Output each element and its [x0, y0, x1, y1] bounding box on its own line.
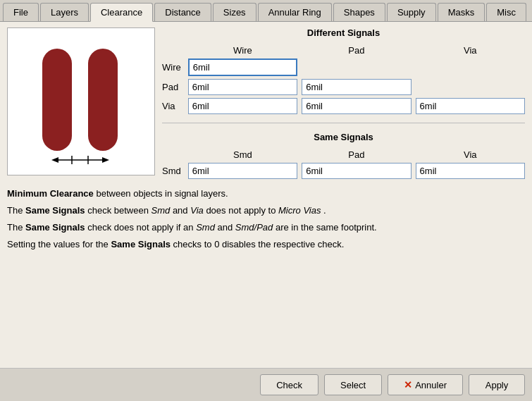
cancel-x-icon: ✕: [404, 379, 412, 390]
wire-row-label: Wire: [162, 62, 184, 73]
info-line1-bold: Minimum Clearance: [7, 188, 94, 199]
tab-sizes[interactable]: Sizes: [213, 3, 256, 21]
info-line2-mid: check between: [87, 205, 151, 216]
smd-row-label: Smd: [162, 166, 184, 176]
apply-button[interactable]: Apply: [469, 374, 525, 395]
info-line2-post: does not apply to: [206, 205, 278, 216]
tab-bar: File Layers Clearance Distance Sizes Ann…: [0, 0, 532, 22]
pad-col-header: Pad: [302, 45, 411, 56]
via-col-header: Via: [416, 45, 525, 56]
info-line2-end: .: [323, 205, 326, 216]
tab-clearance[interactable]: Clearance: [90, 3, 153, 22]
same-signals-grid: Smd Pad Via Smd: [162, 149, 525, 179]
button-bar: Check Select ✕ Annuler Apply: [0, 368, 532, 401]
info-line2: The Same Signals check between Smd and V…: [7, 203, 525, 218]
check-button[interactable]: Check: [260, 374, 318, 395]
pad-wire-input[interactable]: [188, 79, 297, 95]
smd-pad-input[interactable]: [302, 163, 411, 179]
info-line4-bold: Same Signals: [111, 239, 171, 249]
via-wire-input[interactable]: [188, 98, 297, 114]
tab-distance[interactable]: Distance: [154, 3, 211, 21]
tab-layers[interactable]: Layers: [40, 3, 89, 21]
different-signals-grid: Wire Pad Via Wire Pad Via: [162, 45, 525, 114]
info-line3: The Same Signals check does not apply if…: [7, 220, 525, 235]
clearance-diagram: [18, 35, 144, 168]
pad-row-label: Pad: [162, 82, 184, 92]
via-row-label: Via: [162, 101, 184, 111]
wire-wire-input[interactable]: [188, 58, 297, 76]
info-line3-pre: The: [7, 222, 25, 233]
info-line1: Minimum Clearance between objects in sig…: [7, 186, 525, 202]
info-line4-post: checks to 0 disables the respective chec…: [173, 239, 345, 249]
main-window: File Layers Clearance Distance Sizes Ann…: [0, 0, 532, 401]
svg-marker-4: [102, 157, 109, 163]
info-line2-and: and: [173, 205, 190, 216]
info-line3-mid: check does not apply if an: [87, 222, 196, 233]
info-line3-post: are in the same footprint.: [276, 222, 377, 233]
tab-masks[interactable]: Masks: [438, 3, 485, 21]
select-button[interactable]: Select: [324, 374, 382, 395]
pad-pad-input[interactable]: [302, 79, 411, 95]
tab-misc[interactable]: Misc: [486, 3, 526, 21]
info-line3-smd: Smd: [196, 222, 215, 233]
info-line3-bold: Same Signals: [25, 222, 85, 233]
info-line2-via: Via: [190, 205, 204, 216]
info-line1-text: between objects in signal layers.: [96, 188, 228, 199]
same-pad-col-header: Pad: [302, 149, 411, 160]
tab-supply[interactable]: Supply: [387, 3, 436, 21]
same-via-col-header: Via: [416, 149, 525, 160]
svg-rect-1: [88, 49, 118, 151]
info-line2-bold: Same Signals: [25, 205, 85, 216]
tab-shapes[interactable]: Shapes: [333, 3, 385, 21]
cancel-label: Annuler: [415, 380, 447, 390]
info-line3-smdpad: Smd/Pad: [235, 222, 273, 233]
tab-file[interactable]: File: [3, 3, 39, 21]
info-line2-smd: Smd: [151, 205, 171, 216]
info-line3-and: and: [217, 222, 235, 233]
different-signals-title: Different Signals: [162, 27, 525, 38]
info-line2-pre: The: [7, 205, 25, 216]
svg-rect-0: [42, 49, 72, 151]
tab-annular-ring[interactable]: Annular Ring: [258, 3, 332, 21]
wire-col-header: Wire: [188, 45, 297, 56]
via-pad-input[interactable]: [302, 98, 411, 114]
smd-via-input[interactable]: [416, 163, 525, 179]
main-content: Different Signals Wire Pad Via Wire Pad: [0, 22, 532, 368]
top-section: Different Signals Wire Pad Via Wire Pad: [7, 27, 525, 179]
form-panel: Different Signals Wire Pad Via Wire Pad: [162, 27, 525, 179]
svg-marker-3: [51, 157, 58, 163]
diagram-panel: [7, 27, 155, 175]
info-line4-pre: Setting the values for the: [7, 239, 111, 249]
same-smd-col-header: Smd: [188, 149, 297, 160]
smd-smd-input[interactable]: [188, 163, 297, 179]
via-via-input[interactable]: [416, 98, 525, 114]
info-line2-micro: Micro Vias: [278, 205, 321, 216]
info-section: Minimum Clearance between objects in sig…: [7, 186, 525, 254]
info-line4: Setting the values for the Same Signals …: [7, 237, 525, 252]
same-signals-title: Same Signals: [162, 132, 525, 142]
cancel-button[interactable]: ✕ Annuler: [388, 374, 463, 395]
section-separator: [162, 123, 525, 123]
